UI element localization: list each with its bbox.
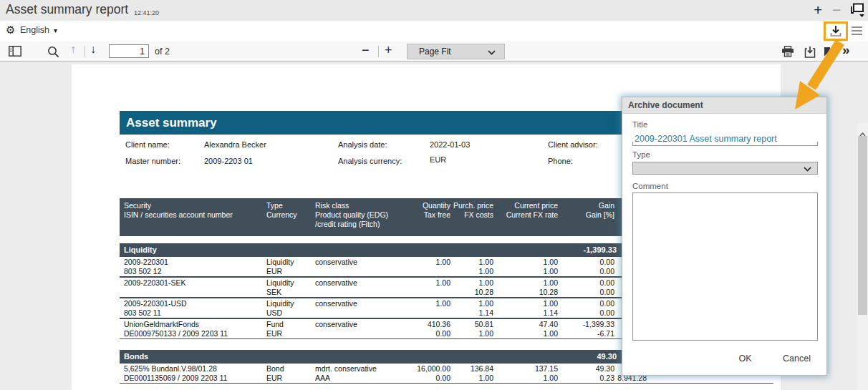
comment-field-label: Comment bbox=[632, 182, 668, 190]
table-cell: 5,625% Bundanl.V.98/01.28DE0001135069 / … bbox=[120, 364, 266, 383]
title-field-underline bbox=[632, 132, 818, 146]
window-titlebar: Asset summary report 12:41:20 + − bbox=[0, 0, 868, 21]
column-header: Risk classProduct quality (EDG)/credit r… bbox=[315, 201, 410, 236]
table-cell: 1.00 bbox=[410, 278, 450, 297]
table-cell: 1.00 bbox=[410, 258, 450, 276]
meta-label: Analysis date: bbox=[338, 140, 387, 149]
table-cell: 1.0010.28 bbox=[450, 278, 493, 297]
meta-value: Alexandra Becker bbox=[204, 140, 266, 149]
section-total: -1,399.33 bbox=[120, 243, 617, 256]
meta-value: 2022-01-03 bbox=[430, 140, 470, 149]
table-cell: LiquidityUSD bbox=[266, 299, 315, 318]
table-cell: conservative bbox=[315, 278, 410, 297]
chevron-down-icon bbox=[488, 50, 496, 55]
meta-label: Client advisor: bbox=[548, 140, 598, 149]
pdf-toolbar: ↑ ↓ of 2 − + Page Fit bbox=[0, 42, 868, 62]
table-cell: conservative bbox=[315, 320, 410, 338]
search-icon[interactable] bbox=[47, 46, 59, 61]
chevron-down-icon: ▾ bbox=[54, 26, 57, 34]
report-timestamp: 12:41:20 bbox=[134, 9, 159, 16]
section-total: 49.30 bbox=[120, 350, 617, 363]
zoom-in-button[interactable]: + bbox=[385, 43, 392, 58]
archive-document-icon[interactable] bbox=[829, 25, 843, 40]
type-field-label: Type bbox=[632, 150, 650, 159]
table-cell: 47.401.00 bbox=[493, 320, 558, 338]
meta-value: EUR bbox=[430, 155, 446, 164]
title-field-label: Title bbox=[632, 120, 647, 129]
table-cell: 49.300.23 bbox=[558, 364, 614, 383]
meta-label: Master number: bbox=[125, 157, 180, 165]
table-cell: 1.001.14 bbox=[493, 299, 558, 318]
menu-lines-icon[interactable] bbox=[852, 26, 862, 37]
dialog-title: Archive document bbox=[622, 97, 826, 114]
language-selector[interactable]: English▾ bbox=[20, 25, 57, 35]
save-icon[interactable] bbox=[804, 46, 816, 61]
previous-page-icon[interactable]: ↑ bbox=[70, 43, 76, 56]
zoom-level-value: Page Fit bbox=[419, 47, 451, 57]
divider bbox=[836, 46, 836, 57]
meta-value: 2009-2203 01 bbox=[204, 157, 253, 165]
column-header: SecurityISIN / securities account number bbox=[120, 201, 266, 236]
window-restore-icon[interactable] bbox=[848, 3, 865, 23]
column-header: Purch. priceFX costs bbox=[450, 201, 493, 236]
gear-icon[interactable]: ⚙ bbox=[6, 24, 15, 36]
table-cell: conservative bbox=[315, 258, 410, 276]
window-add-button[interactable]: + bbox=[814, 1, 822, 19]
language-label: English bbox=[20, 25, 49, 35]
title-input[interactable] bbox=[632, 132, 818, 146]
cancel-button[interactable]: Cancel bbox=[783, 354, 811, 364]
table-cell: 137.151.00 bbox=[493, 364, 558, 383]
table-cell: LiquidityEUR bbox=[266, 258, 315, 276]
column-header: Current priceCurrent FX rate bbox=[493, 201, 558, 236]
type-select[interactable] bbox=[632, 162, 818, 175]
table-cell: mdrt. conservativeAAA bbox=[315, 364, 410, 383]
toolbar-more-button[interactable]: » bbox=[842, 42, 850, 58]
sidebar-toggle-icon[interactable] bbox=[9, 46, 21, 59]
table-cell: 0.000.00 bbox=[558, 299, 614, 318]
table-cell: 1.0010.28 bbox=[493, 278, 558, 297]
meta-label: Phone: bbox=[548, 157, 573, 165]
table-cell: 0.000.00 bbox=[558, 258, 614, 276]
table-cell: 2009-220301-USD803 502 11 bbox=[120, 299, 266, 318]
bookmark-icon[interactable] bbox=[824, 47, 831, 59]
table-cell: 2009-220301-SEK bbox=[120, 278, 266, 297]
settings-bar: ⚙ English▾ bbox=[0, 21, 868, 42]
ok-button[interactable]: OK bbox=[739, 354, 752, 364]
table-cell: 410.360.00 bbox=[410, 320, 450, 338]
next-page-icon[interactable]: ↓ bbox=[90, 43, 96, 56]
column-header: QuantityTax free bbox=[410, 201, 450, 236]
table-cell: BondEUR bbox=[266, 364, 315, 383]
table-cell: conservative bbox=[315, 299, 410, 318]
print-icon[interactable] bbox=[781, 46, 794, 60]
table-cell: UnionGeldmarktFondsDE0009750133 / 2009 2… bbox=[120, 320, 266, 338]
divider bbox=[378, 46, 379, 57]
page-title: Asset summary report bbox=[6, 2, 128, 17]
zoom-out-button[interactable]: − bbox=[362, 43, 370, 58]
table-cell: 1.001.00 bbox=[450, 258, 493, 276]
scrollbar-thumb[interactable] bbox=[858, 136, 867, 315]
table-cell: LiquiditySEK bbox=[266, 278, 315, 297]
column-header: GainGain [%] bbox=[558, 201, 614, 236]
table-cell: 1.001.00 bbox=[493, 258, 558, 276]
comment-textarea[interactable] bbox=[632, 192, 818, 341]
table-cell: 16,000.000.00 bbox=[410, 364, 450, 383]
page-number-input[interactable] bbox=[109, 44, 149, 58]
window-minimize-button[interactable]: − bbox=[832, 1, 841, 19]
table-cell: 0.000.00 bbox=[558, 278, 614, 297]
table-cell: 2009-220301803 502 12 bbox=[120, 258, 266, 276]
table-cell: 1.00 bbox=[410, 299, 450, 318]
page-count-label: of 2 bbox=[155, 47, 170, 57]
chevron-down-icon bbox=[804, 167, 811, 172]
table-cell: 50.811.00 bbox=[450, 320, 493, 338]
application-window: Asset summary report 12:41:20 + − ⚙ Engl… bbox=[0, 0, 868, 390]
meta-label: Analysis currency: bbox=[338, 157, 402, 165]
archive-document-dialog: Archive document Title Type Comment OK C… bbox=[622, 97, 827, 376]
column-header: TypeCurrency bbox=[266, 201, 315, 236]
divider bbox=[85, 46, 85, 57]
table-cell: 1.001.14 bbox=[450, 299, 493, 318]
table-cell: 136.841.00 bbox=[450, 364, 493, 383]
vertical-scrollbar[interactable] bbox=[857, 123, 868, 390]
meta-label: Client name: bbox=[125, 140, 170, 149]
zoom-level-select[interactable]: Page Fit bbox=[407, 44, 505, 59]
table-cell: FundEUR bbox=[266, 320, 315, 338]
